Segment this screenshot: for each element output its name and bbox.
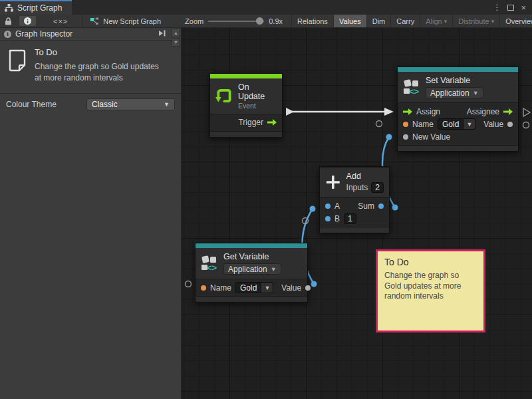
code-icon: <×>: [53, 17, 68, 25]
port-add-b-outer[interactable]: [303, 218, 309, 224]
zoom-slider-handle[interactable]: [256, 17, 263, 25]
toolbar-button-dim[interactable]: Dim: [367, 15, 392, 27]
dropdown-caret-icon: ▼: [464, 118, 475, 130]
object-port-icon[interactable]: [305, 285, 311, 291]
node-header: <> Get Variable Application ▼: [196, 248, 307, 279]
graph-canvas[interactable]: On Update Event Trigger <> Set Variable: [182, 28, 532, 399]
dock-icon[interactable]: [158, 29, 166, 39]
node-color-bar: [196, 243, 307, 248]
toolbar-button-align[interactable]: Align▾: [420, 15, 453, 27]
lock-button[interactable]: [0, 15, 17, 27]
port-label-value: Value: [281, 283, 301, 293]
svg-text:<>: <>: [207, 263, 217, 272]
new-script-graph-label: New Script Graph: [103, 17, 161, 25]
number-port-icon[interactable]: [325, 216, 331, 221]
b-value-field[interactable]: 1: [344, 213, 356, 224]
flow-wire-end-arrow: [384, 108, 394, 116]
node-body: Name Gold ▼ Value: [196, 279, 307, 296]
inspect-toggle-button[interactable]: i: [19, 16, 36, 26]
inputs-count-field[interactable]: 2: [371, 182, 384, 193]
tab-script-graph[interactable]: Script Graph: [0, 0, 72, 15]
node-header: Add Inputs 2: [320, 167, 389, 198]
inspector-note-summary: To Do Change the graph so Gold updates a…: [0, 41, 181, 94]
sticky-note-icon: [6, 49, 27, 72]
port-set-name-outer[interactable]: [376, 121, 382, 127]
button-label: Values: [339, 17, 361, 25]
flow-port-icon[interactable]: [267, 119, 277, 126]
port-label-a: A: [334, 201, 340, 211]
string-port-icon[interactable]: [403, 122, 408, 127]
maximize-icon[interactable]: [507, 5, 514, 11]
svg-text:<>: <>: [409, 86, 420, 96]
node-on-update[interactable]: On Update Event Trigger: [209, 73, 283, 138]
sticky-note-title: To Do: [384, 257, 477, 267]
string-port-icon[interactable]: [201, 285, 206, 291]
node-header: On Update Event: [210, 78, 282, 114]
variable-icon: <>: [201, 255, 218, 272]
port-label-name: Name: [412, 120, 434, 129]
port-set-value-outer[interactable]: [523, 122, 529, 128]
scroll-down-button[interactable]: ▼: [172, 38, 180, 47]
node-set-variable[interactable]: <> Set Variable Application ▼ Assign Ass…: [397, 66, 519, 152]
button-label: Align: [426, 17, 442, 25]
toolbar-button-overview[interactable]: Overview: [500, 15, 532, 27]
dropdown-caret-icon: ▼: [164, 101, 170, 108]
toolbar-button-values[interactable]: Values: [334, 15, 367, 27]
port-label-new-value: New Value: [412, 132, 450, 142]
node-footer: [398, 145, 518, 151]
window-controls: ⋮ ×: [493, 0, 532, 15]
toolbar-button-carry[interactable]: Carry: [391, 15, 420, 27]
colour-theme-row: Colour Theme Classic ▼: [0, 94, 181, 115]
graph-icon: [5, 4, 13, 12]
flow-port-icon[interactable]: [503, 108, 513, 115]
sticky-note[interactable]: To Do Change the graph so Gold updates a…: [376, 249, 485, 332]
inspector-title: Graph Inspector: [15, 29, 72, 39]
node-body: Assign Assignee Name Gold ▼ Value New Va…: [398, 103, 518, 145]
close-icon[interactable]: ×: [521, 3, 526, 13]
wire-endpoint: [386, 134, 392, 140]
dropdown-caret-icon: ▼: [261, 282, 273, 293]
add-icon: [325, 174, 341, 191]
colour-theme-select[interactable]: Classic ▼: [86, 98, 175, 110]
variable-scope-dropdown[interactable]: Application ▼: [223, 263, 281, 275]
port-label-trigger: Trigger: [238, 118, 263, 127]
port-assignee-outer[interactable]: [523, 108, 530, 116]
name-value-dropdown[interactable]: Gold ▼: [235, 282, 273, 293]
wire-endpoint: [392, 205, 398, 211]
button-label: Distribute: [458, 17, 489, 25]
on-update-icon: [215, 87, 233, 105]
variable-scope-dropdown[interactable]: Application ▼: [426, 87, 483, 98]
number-port-icon[interactable]: [378, 203, 384, 209]
code-preview-button[interactable]: <×>: [39, 15, 82, 27]
toolbar-button-distribute[interactable]: Distribute▾: [453, 15, 500, 27]
zoom-slider[interactable]: [208, 21, 264, 22]
menu-icon[interactable]: ⋮: [493, 3, 501, 12]
node-title: Set Variable: [426, 76, 483, 85]
number-port-icon[interactable]: [325, 203, 331, 209]
zoom-control: Zoom 0.9x: [180, 15, 287, 27]
wire-endpoint: [310, 206, 316, 212]
node-get-variable[interactable]: <> Get Variable Application ▼ Name Gold …: [195, 243, 308, 303]
toolbar-button-relations[interactable]: Relations: [291, 15, 334, 27]
node-color-bar: [210, 74, 282, 78]
port-label-value: Value: [483, 120, 503, 129]
object-port-icon[interactable]: [507, 122, 513, 127]
port-label-assign: Assign: [416, 107, 440, 116]
inputs-label: Inputs: [346, 183, 368, 192]
scroll-up-button[interactable]: ▲: [172, 29, 180, 37]
sticky-note-text: Change the graph so Gold updates at more…: [384, 271, 477, 302]
node-body: Trigger: [210, 114, 282, 131]
zoom-label: Zoom: [185, 17, 203, 25]
port-get-name-outer[interactable]: [186, 281, 192, 287]
object-port-icon[interactable]: [403, 134, 408, 140]
name-value-dropdown[interactable]: Gold ▼: [438, 118, 475, 130]
port-label-assignee: Assignee: [467, 107, 499, 116]
node-color-bar: [398, 67, 518, 72]
flow-port-icon[interactable]: [403, 108, 412, 115]
new-script-graph-button[interactable]: New Script Graph: [83, 15, 166, 27]
node-footer: [320, 227, 389, 233]
colour-theme-label: Colour Theme: [6, 100, 57, 109]
node-add[interactable]: Add Inputs 2 A Sum B 1: [319, 166, 390, 233]
dropdown-caret-icon: ▾: [444, 18, 448, 25]
scope-value: Application: [430, 88, 469, 98]
